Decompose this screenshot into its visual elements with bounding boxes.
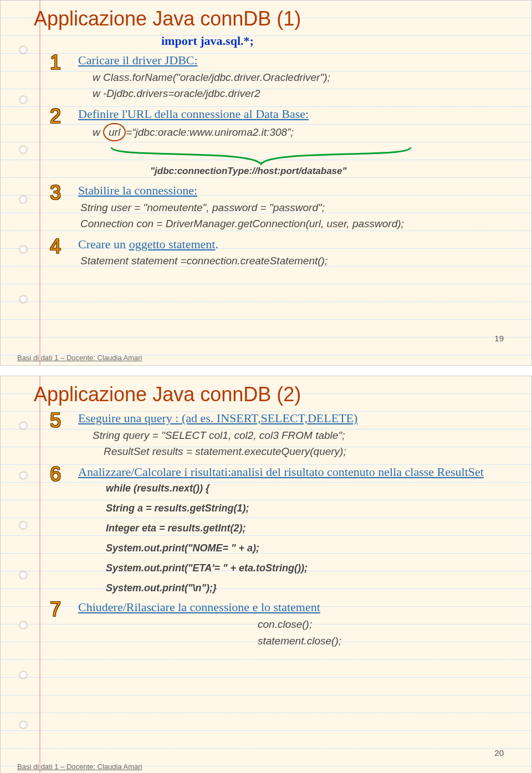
step1-label: Caricare il driver JDBC: xyxy=(78,53,198,67)
step-1: 1 Caricare il driver JDBC: w Class.forNa… xyxy=(62,52,515,102)
step-number-1-icon: 1 xyxy=(42,48,69,77)
step-4: 4 Creare un oggetto statement. Statement… xyxy=(62,236,515,269)
step2-code-1: w url=“jdbc:oracle:www.uniroma2.it:308”; xyxy=(93,123,515,141)
step6-code-3: Integer eta = results.getInt(2); xyxy=(106,521,515,535)
step-number-4-icon: 4 xyxy=(42,232,69,261)
step4-label: Creare un oggetto statement. xyxy=(78,237,218,251)
slide-footer: Basi di dati 1 – Docente: Claudia Amari xyxy=(17,354,142,362)
slide-2: Applicazione Java connDB (2) 5 Eseguire … xyxy=(0,376,532,773)
step-number-3-icon: 3 xyxy=(42,178,69,207)
step6-code-4: System.out.print("NOME= " + a); xyxy=(106,541,515,555)
step7-code-2: statement.close(); xyxy=(258,633,515,649)
slide-body: 5 Eseguire una query : (ad es. INSERT,SE… xyxy=(62,409,515,649)
step6-code-2: String a = results.getString(1); xyxy=(106,501,515,515)
step-number-5-icon: 5 xyxy=(42,406,69,435)
import-line: import java.sql.*; xyxy=(161,34,515,48)
step7-code-1: con.close(); xyxy=(258,616,515,632)
step4-code-1: Statement statement =connection.createSt… xyxy=(80,253,515,269)
step7-label: Chiudere/Rilasciare la connessione e lo … xyxy=(78,600,320,614)
slide-footer: Basi di dati 1 – Docente: Claudia Amari xyxy=(17,762,142,771)
step-number-6-icon: 6 xyxy=(42,460,69,489)
step3-code-1: String user = "nomeutente", password = "… xyxy=(80,199,515,216)
curly-brace-icon xyxy=(106,145,416,167)
slide-body: 1 Caricare il driver JDBC: w Class.forNa… xyxy=(62,52,515,269)
step5-label: Eseguire una query : (ad es. INSERT,SELE… xyxy=(78,411,357,425)
step1-code-1: w Class.forName("oracle/jdbc.driver.Orac… xyxy=(93,69,515,85)
step-2: 2 Definire l'URL della connessione al Da… xyxy=(62,105,515,141)
step6-code-5: System.out.print("ETA'= " + eta.toString… xyxy=(106,561,515,575)
step6-code-1: while (results.next()) { xyxy=(106,481,515,495)
slide-1: Applicazione Java connDB (1) import java… xyxy=(0,0,532,366)
step-5: 5 Eseguire una query : (ad es. INSERT,SE… xyxy=(62,409,515,460)
slide-page-number: 20 xyxy=(494,748,504,757)
slide-page-number: 19 xyxy=(494,334,504,343)
step6-label: Analizzare/Calcolare i risultati:analisi… xyxy=(78,465,484,479)
step1-code-2: w -Djdbc.drivers=oracle/jdbc.driver2 xyxy=(93,85,515,101)
step3-label: Stabilire la connessione: xyxy=(78,183,197,197)
step-number-2-icon: 2 xyxy=(42,102,69,131)
step-7: 7 Chiudere/Rilasciare la connessione e l… xyxy=(62,598,515,649)
step-6: 6 Analizzare/Calcolare i risultati:anali… xyxy=(62,463,515,595)
step-number-7-icon: 7 xyxy=(42,595,69,624)
step6-code-6: System.out.print("\n");} xyxy=(106,581,515,595)
step5-code-1: String query = "SELECT col1, col2, col3 … xyxy=(93,427,515,443)
step3-code-2: Connection con = DriverManager.getConnec… xyxy=(80,216,515,232)
step2-label: Definire l'URL della connessione al Data… xyxy=(78,107,309,121)
url-oval-highlight: url xyxy=(103,123,126,141)
step5-code-2: ResultSet results = statement.executeQue… xyxy=(104,443,515,459)
slide-title: Applicazione Java connDB (2) xyxy=(34,383,515,406)
step-3: 3 Stabilire la connessione: String user … xyxy=(62,182,515,232)
slide-title: Applicazione Java connDB (1) xyxy=(34,7,515,30)
